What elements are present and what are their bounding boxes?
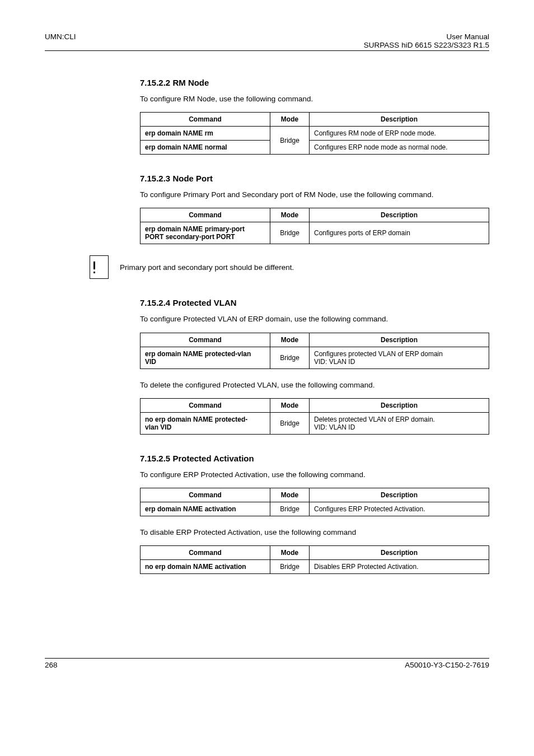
table-row: Command Mode Description — [140, 546, 489, 560]
th-description: Description — [310, 208, 489, 222]
th-description: Description — [310, 546, 489, 560]
th-command: Command — [140, 333, 270, 347]
desc-line2: VID: VLAN ID — [314, 423, 355, 431]
th-mode: Mode — [270, 113, 310, 127]
table-row: no erp domain NAME protected- vlan VID B… — [140, 412, 489, 434]
intro-protected-activation-2: To disable ERP Protected Activation, use… — [140, 528, 489, 538]
table-row: Command Mode Description — [140, 113, 489, 127]
intro-node-port: To configure Primary Port and Secondary … — [140, 190, 489, 200]
cmd-cell: erp domain NAME primary-port PORT second… — [140, 222, 270, 244]
table-row: Command Mode Description — [140, 333, 489, 347]
desc-line2: VID: VLAN ID — [314, 358, 355, 366]
mode-cell: Bridge — [270, 127, 310, 155]
page-number: 268 — [45, 661, 58, 669]
table-protected-activation-1: Command Mode Description erp domain NAME… — [140, 488, 489, 516]
cmd-cell: no erp domain NAME activation — [140, 560, 270, 574]
th-description: Description — [310, 333, 489, 347]
mode-cell: Bridge — [270, 412, 310, 434]
th-mode: Mode — [270, 333, 310, 347]
table-row: erp domain NAME rm Bridge Configures RM … — [140, 127, 489, 141]
intro-protected-activation: To configure ERP Protected Activation, u… — [140, 470, 489, 480]
table-protected-activation-2: Command Mode Description no erp domain N… — [140, 545, 489, 574]
table-row: Command Mode Description — [140, 208, 489, 222]
intro-protected-vlan-2: To delete the configured Protected VLAN,… — [140, 380, 489, 390]
table-rm-node: Command Mode Description erp domain NAME… — [140, 112, 489, 155]
cmd-cell: erp domain NAME normal — [140, 141, 270, 155]
th-command: Command — [140, 546, 270, 560]
cmd-cell: erp domain NAME rm — [140, 127, 270, 141]
table-row: erp domain NAME protected-vlan VID Bridg… — [140, 347, 489, 368]
header-rule — [45, 50, 489, 51]
mode-cell: Bridge — [270, 560, 310, 574]
table-protected-vlan-2: Command Mode Description no erp domain N… — [140, 398, 489, 435]
th-mode: Mode — [270, 208, 310, 222]
th-mode: Mode — [270, 488, 310, 502]
cmd-line1: no erp domain NAME protected- — [145, 416, 247, 423]
table-row: Command Mode Description — [140, 488, 489, 502]
footer-rule — [45, 658, 489, 659]
desc-cell: Deletes protected VLAN of ERP domain. VI… — [310, 412, 489, 434]
header-right-2: SURPASS hiD 6615 S223/S323 R1.5 — [364, 41, 489, 49]
doc-number: A50010-Y3-C150-2-7619 — [405, 661, 489, 669]
desc-cell: Configures ERP node mode as normal node. — [310, 141, 489, 155]
desc-line1: Deletes protected VLAN of ERP domain. — [314, 416, 435, 423]
cmd-line1: erp domain NAME protected-vlan — [145, 350, 251, 358]
th-description: Description — [310, 488, 489, 502]
section-title-protected-activation: 7.15.2.5 Protected Activation — [140, 454, 489, 463]
header-left: UMN:CLI — [45, 32, 76, 49]
th-command: Command — [140, 488, 270, 502]
table-row: no erp domain NAME activation Bridge Dis… — [140, 560, 489, 574]
section-title-rm-node: 7.15.2.2 RM Node — [140, 78, 489, 87]
desc-cell: Configures ERP Protected Activation. — [310, 502, 489, 516]
info-icon — [90, 255, 109, 279]
th-mode: Mode — [270, 546, 310, 560]
mode-cell: Bridge — [270, 222, 310, 244]
th-description: Description — [310, 113, 489, 127]
desc-cell: Disables ERP Protected Activation. — [310, 560, 489, 574]
desc-line1: Configures protected VLAN of ERP domain — [314, 350, 443, 358]
table-node-port: Command Mode Description erp domain NAME… — [140, 208, 489, 244]
cmd-line2: PORT secondary-port PORT — [145, 233, 235, 241]
desc-cell: Configures RM node of ERP node mode. — [310, 127, 489, 141]
th-command: Command — [140, 113, 270, 127]
th-command: Command — [140, 208, 270, 222]
th-mode: Mode — [270, 398, 310, 412]
intro-rm-node: To configure RM Node, use the following … — [140, 94, 489, 104]
header-right-1: User Manual — [364, 32, 489, 41]
cmd-line1: erp domain NAME primary-port — [145, 225, 245, 233]
table-row: erp domain NAME normal Configures ERP no… — [140, 141, 489, 155]
section-title-node-port: 7.15.2.3 Node Port — [140, 174, 489, 183]
table-row: erp domain NAME primary-port PORT second… — [140, 222, 489, 244]
intro-protected-vlan: To configure Protected VLAN of ERP domai… — [140, 314, 489, 324]
desc-cell: Configures ports of ERP domain — [310, 222, 489, 244]
cmd-cell: no erp domain NAME protected- vlan VID — [140, 412, 270, 434]
th-description: Description — [310, 398, 489, 412]
table-row: Command Mode Description — [140, 398, 489, 412]
table-protected-vlan-1: Command Mode Description erp domain NAME… — [140, 333, 489, 369]
table-row: erp domain NAME activation Bridge Config… — [140, 502, 489, 516]
th-command: Command — [140, 398, 270, 412]
cmd-line2: VID — [145, 358, 156, 366]
cmd-line2: vlan VID — [145, 423, 171, 431]
mode-cell: Bridge — [270, 502, 310, 516]
note-text: Primary port and secondary port should b… — [120, 263, 294, 272]
section-title-protected-vlan: 7.15.2.4 Protected VLAN — [140, 298, 489, 307]
mode-cell: Bridge — [270, 347, 310, 368]
desc-cell: Configures protected VLAN of ERP domain … — [310, 347, 489, 368]
cmd-cell: erp domain NAME protected-vlan VID — [140, 347, 270, 368]
cmd-cell: erp domain NAME activation — [140, 502, 270, 516]
